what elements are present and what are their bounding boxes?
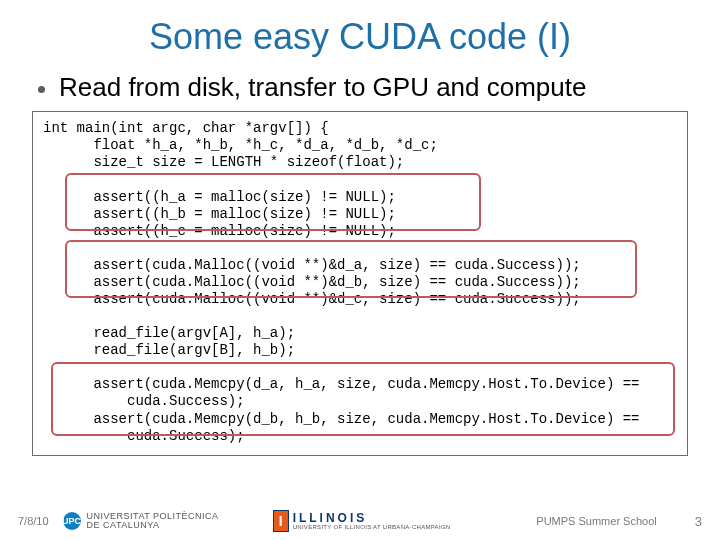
illinois-text: ILLINOIS UNIVERSITY OF ILLINOIS AT URBAN… xyxy=(293,512,451,530)
upc-text-line2: DE CATALUNYA xyxy=(87,521,219,530)
logo-illinois: I ILLINOIS UNIVERSITY OF ILLINOIS AT URB… xyxy=(273,510,451,532)
footer-school: PUMPS Summer School xyxy=(536,515,656,527)
illinois-i-icon: I xyxy=(273,510,289,532)
illinois-sub: UNIVERSITY OF ILLINOIS AT URBANA-CHAMPAI… xyxy=(293,524,451,530)
slide-title: Some easy CUDA code (I) xyxy=(28,16,692,58)
footer: 7/8/10 UPC UNIVERSITAT POLITÈCNICA DE CA… xyxy=(0,510,720,532)
bullet-text: Read from disk, transfer to GPU and comp… xyxy=(59,72,586,103)
code-content: int main(int argc, char *argv[]) { float… xyxy=(43,120,677,444)
bullet-row: Read from disk, transfer to GPU and comp… xyxy=(28,72,692,103)
footer-date: 7/8/10 xyxy=(18,515,49,527)
illinois-main: ILLINOIS xyxy=(293,512,451,524)
upc-badge-icon: UPC xyxy=(63,512,81,530)
footer-page-number: 3 xyxy=(695,514,702,529)
upc-text: UNIVERSITAT POLITÈCNICA DE CATALUNYA xyxy=(87,512,219,530)
logo-upc: UPC UNIVERSITAT POLITÈCNICA DE CATALUNYA xyxy=(63,512,219,530)
bullet-icon xyxy=(38,86,45,93)
code-box: int main(int argc, char *argv[]) { float… xyxy=(32,111,688,455)
slide: Some easy CUDA code (I) Read from disk, … xyxy=(0,0,720,540)
